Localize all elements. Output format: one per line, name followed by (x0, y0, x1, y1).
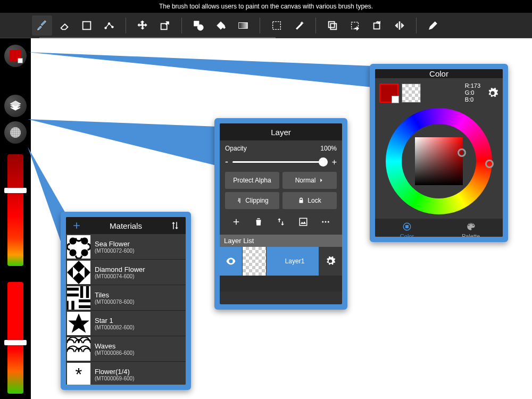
brush-tool[interactable] (32, 15, 52, 36)
color-panel: Color R:173 G:0 B:0 (370, 64, 508, 242)
color-panel-title: Color (429, 69, 448, 78)
svg-point-23 (325, 221, 327, 223)
color-tab[interactable]: Color (375, 219, 439, 237)
material-name: Sea Flower (95, 240, 186, 248)
tooltip-text: The brush tool allows users to paint on … (159, 3, 373, 10)
material-code: (MT000078-600) (95, 299, 186, 305)
gradient-tool[interactable] (233, 15, 253, 36)
layer-thumbnail (242, 247, 267, 276)
delete-layer-button[interactable] (251, 214, 266, 229)
layer-item[interactable]: Layer1 (220, 247, 342, 276)
clipping-button[interactable]: Clipping (225, 192, 279, 209)
rotate-tool[interactable] (367, 15, 387, 36)
layer-settings-button[interactable] (319, 247, 342, 276)
opacity-minus[interactable]: - (225, 156, 228, 168)
pen-tool[interactable] (423, 15, 443, 36)
crop-tool[interactable] (345, 15, 365, 36)
layer-visibility-toggle[interactable] (220, 247, 242, 276)
layer-panel-header: Layer (220, 123, 342, 140)
magic-wand-tool[interactable] (289, 15, 309, 36)
materials-panel-header: Materials (66, 217, 186, 234)
material-thumbnail (67, 235, 90, 259)
materials-sidebar-button[interactable] (4, 121, 27, 144)
image-layer-button[interactable] (296, 214, 311, 229)
svg-point-15 (10, 127, 21, 138)
svg-point-29 (81, 249, 88, 256)
opacity-slider[interactable] (232, 161, 328, 163)
color-square[interactable] (415, 137, 463, 185)
clip-icon (236, 197, 242, 204)
svg-point-28 (69, 249, 76, 256)
opacity-plus[interactable]: + (332, 157, 337, 167)
lock-icon (298, 197, 304, 204)
left-sidebar (0, 38, 31, 399)
lock-button[interactable]: Lock (282, 192, 337, 209)
layer-list-header: Layer List (220, 235, 342, 247)
svg-rect-21 (300, 218, 307, 226)
material-code: (MT000069-600) (95, 376, 186, 381)
path-tool[interactable] (99, 15, 119, 36)
select-rect-tool[interactable] (267, 15, 287, 36)
materials-panel-title: Materials (110, 221, 142, 230)
brush-opacity-slider[interactable] (7, 282, 23, 394)
move-tool[interactable] (132, 15, 153, 36)
copy-tool[interactable] (322, 15, 343, 36)
layers-sidebar-button[interactable] (4, 95, 27, 117)
svg-rect-8 (273, 21, 281, 29)
svg-rect-10 (330, 23, 336, 29)
materials-panel: Materials Sea Flower (MT000072-600) Diam… (61, 212, 191, 390)
svg-rect-7 (239, 22, 248, 28)
more-layer-button[interactable] (318, 214, 333, 229)
material-code: (MT000072-600) (95, 248, 186, 254)
transform-tool[interactable] (155, 15, 175, 36)
bucket-tool[interactable] (211, 15, 231, 36)
material-item[interactable]: Star 1 (MT000082-600) (66, 311, 186, 336)
add-layer-button[interactable] (229, 214, 244, 229)
layer-panel-title: Layer (271, 128, 291, 137)
separator (126, 18, 126, 34)
color-sidebar-button[interactable] (4, 45, 27, 67)
material-code: (MT000074-600) (95, 273, 186, 279)
brush-size-slider[interactable] (7, 154, 23, 266)
shapes-tool[interactable] (188, 15, 209, 36)
add-material-button[interactable] (68, 220, 85, 231)
protect-alpha-button[interactable]: Protect Alpha (225, 172, 279, 189)
reorder-layer-button[interactable] (273, 214, 288, 229)
material-item[interactable]: Tiles (MT000078-600) (66, 285, 186, 311)
layer-name: Layer1 (267, 247, 319, 276)
rectangle-tool[interactable] (77, 15, 97, 36)
material-name: Tiles (95, 291, 186, 299)
foreground-color-swatch[interactable] (379, 84, 398, 103)
material-thumbnail (67, 337, 90, 361)
material-item[interactable]: Sea Flower (MT000072-600) (66, 234, 186, 260)
eraser-tool[interactable] (54, 15, 74, 36)
opacity-value: 100% (320, 145, 337, 152)
material-item[interactable]: * Flower(1/4) (MT000069-600) (66, 362, 186, 385)
blend-mode-button[interactable]: Normal (282, 172, 337, 189)
svg-point-24 (328, 221, 329, 223)
gear-icon[interactable] (487, 87, 498, 99)
material-thumbnail: * (67, 363, 90, 385)
square-picker-dot[interactable] (458, 148, 466, 157)
separator (260, 18, 260, 34)
wheel-picker-dot[interactable] (485, 160, 494, 168)
material-thumbnail (67, 312, 90, 335)
layer-panel: Layer Opacity 100% - + Protect Alpha Nor… (214, 118, 347, 310)
flip-tool[interactable] (389, 15, 410, 36)
sort-materials-button[interactable] (167, 221, 184, 230)
opacity-label: Opacity (225, 145, 247, 152)
top-toolbar (0, 13, 532, 38)
color-wheel[interactable] (383, 108, 495, 214)
rgb-readout: R:173 G:0 B:0 (465, 82, 480, 104)
material-code: (MT000082-600) (95, 325, 186, 330)
transparent-swatch[interactable] (402, 84, 421, 103)
svg-text:*: * (76, 364, 82, 384)
svg-point-6 (197, 24, 203, 30)
material-item[interactable]: Waves (MT000086-600) (66, 336, 186, 362)
material-name: Diamond Flower (95, 265, 186, 273)
separator (181, 18, 182, 34)
separator (315, 18, 316, 34)
material-item[interactable]: Diamond Flower (MT000074-600) (66, 260, 186, 285)
separator (416, 18, 417, 34)
palette-tab[interactable]: Palette (439, 219, 503, 237)
